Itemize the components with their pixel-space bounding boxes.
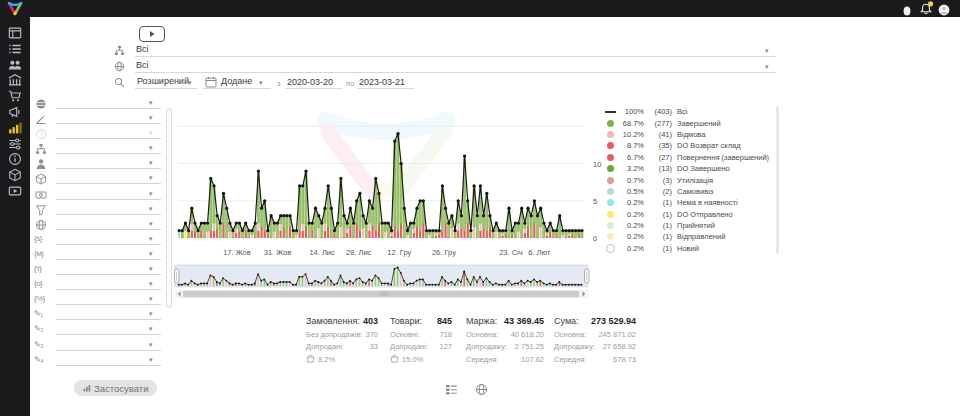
apply-button[interactable]: Застосувати — [74, 380, 157, 396]
filter-dropdown-arrow-icon[interactable] — [149, 99, 153, 106]
legend-item[interactable]: 6.7%(27)Повернення (завершений) — [604, 152, 784, 163]
filter-dropdown-arrow-icon[interactable] — [149, 280, 153, 287]
stats-sub-label: Основна: — [466, 330, 498, 339]
stats-sub-value: 127 — [439, 342, 452, 351]
date-field-underline — [203, 88, 271, 89]
navigator-handle-left[interactable] — [175, 269, 180, 283]
dot-swatch — [607, 188, 614, 195]
filter-dropdown-arrow-icon[interactable] — [149, 174, 153, 181]
legend-percent: 10.2% — [616, 130, 644, 139]
video-lessons-icon[interactable] — [8, 184, 22, 198]
product-filter-value[interactable]: Всі — [136, 60, 149, 70]
settings-icon[interactable] — [8, 137, 22, 151]
filter-row-globe-dark — [33, 97, 165, 112]
search-mode-arrow-icon[interactable] — [188, 79, 192, 86]
filter-dropdown-arrow-icon[interactable] — [149, 190, 153, 197]
navigator-handle-right[interactable] — [585, 269, 590, 283]
filter-underline — [56, 138, 161, 139]
filter-dropdown-arrow-icon[interactable] — [149, 341, 153, 348]
filter-dropdown-arrow-icon[interactable] — [149, 356, 153, 363]
date-field-arrow-icon[interactable] — [259, 79, 263, 86]
products-icon[interactable] — [8, 168, 22, 182]
date-to-input[interactable]: 2023-03-21 — [359, 77, 405, 87]
var-percent-icon: {%} — [34, 294, 45, 303]
filter-dropdown-arrow-icon[interactable] — [149, 310, 153, 317]
app-logo[interactable] — [6, 1, 24, 20]
notifications-bell-icon[interactable] — [919, 1, 934, 19]
marketing-icon[interactable] — [8, 105, 22, 119]
filter-dropdown-arrow-icon[interactable] — [149, 265, 153, 272]
legend-item[interactable]: 100%(403)Всі — [604, 106, 784, 117]
legend-item[interactable]: 8.7%(35)DO Возврат склад — [604, 140, 784, 151]
orders-icon[interactable] — [8, 42, 22, 56]
stats-title: Сума: — [554, 316, 579, 326]
warehouse-icon[interactable] — [8, 73, 22, 87]
filter-dropdown-arrow-icon[interactable] — [149, 129, 153, 136]
upsell-percent: 15.0% — [402, 355, 423, 364]
orders-chart[interactable]: 051017. Жов31. Жов14. Лис28. Лис12. Гру2… — [170, 92, 602, 262]
filter-dropdown-arrow-icon[interactable] — [149, 295, 153, 302]
dashboard-icon[interactable] — [8, 26, 22, 40]
legend-label: Самовивіз — [677, 187, 713, 196]
dot-swatch — [607, 142, 614, 149]
search-mode-select[interactable]: Розширений — [137, 76, 189, 86]
category-dropdown-arrow-icon[interactable] — [765, 47, 769, 54]
filter-underline — [56, 319, 161, 320]
stats-value: 403 — [363, 316, 378, 326]
x-axis-label: 23. Січ — [499, 248, 523, 257]
stats-title-row: Замовлення:403 — [306, 316, 378, 326]
filter-dropdown-arrow-icon[interactable] — [149, 205, 153, 212]
filter-row-var-t: {т} — [33, 263, 165, 278]
legend-percent: 6.7% — [616, 153, 644, 162]
clients-icon[interactable] — [8, 58, 22, 72]
category-filter-value[interactable]: Всі — [136, 44, 149, 54]
sales-icon[interactable] — [8, 89, 22, 103]
product-dropdown-arrow-icon[interactable] — [765, 63, 769, 70]
stats-sub-label: Допродажу: — [554, 342, 595, 351]
filter-underline — [56, 304, 161, 305]
upsell-bag-icon — [390, 354, 399, 365]
product-view-icon[interactable] — [475, 383, 488, 396]
video-tutorial-button[interactable] — [139, 26, 165, 42]
profile-icon[interactable] — [902, 3, 912, 21]
product-filter-underline — [135, 72, 776, 73]
analytics-icon[interactable] — [8, 121, 22, 135]
legend-item[interactable]: 3.2%(13)DO Завершено — [604, 163, 784, 174]
stats-sub-label: Допродані: — [306, 342, 344, 351]
stats-title-row: Сума:273 529.94 — [554, 316, 636, 326]
legend-item[interactable]: 68.7%(277)Завершений — [604, 117, 784, 128]
legend-count: (277) — [644, 119, 672, 128]
legend-percent: 100% — [616, 107, 644, 116]
help-icon: ? — [35, 128, 47, 140]
avatar-icon[interactable] — [938, 2, 950, 20]
search-icon[interactable] — [114, 77, 125, 88]
legend-item[interactable]: 0.2%(1)Нема в наявності — [604, 197, 784, 208]
legend-item[interactable]: 0.2%(1)DO Отправлено — [604, 209, 784, 220]
filter-dropdown-arrow-icon[interactable] — [149, 159, 153, 166]
upsell-rate: 15.0% — [390, 354, 452, 365]
legend-swatch-icon — [604, 120, 616, 127]
list-view-icon[interactable] — [445, 383, 458, 396]
info-icon[interactable] — [8, 152, 22, 166]
filter-dropdown-arrow-icon[interactable] — [149, 250, 153, 257]
legend-item[interactable]: 0.7%(3)Утилізація — [604, 174, 784, 185]
filter-dropdown-arrow-icon[interactable] — [149, 144, 153, 151]
filter-dropdown-arrow-icon[interactable] — [149, 325, 153, 332]
filter-dropdown-arrow-icon[interactable] — [149, 235, 153, 242]
filter-underline — [56, 108, 161, 109]
date-field-select[interactable]: Додане — [221, 76, 252, 86]
filter-underline — [56, 350, 161, 351]
pencil-2-icon: ✎₂ — [34, 324, 43, 333]
legend-item[interactable]: 0.2%(1)Прийнятий — [604, 220, 784, 231]
date-from-input[interactable]: 2020-03-20 — [287, 77, 333, 87]
legend-count: (1) — [644, 210, 672, 219]
legend-item[interactable]: 0.2%(1)Відправлений — [604, 231, 784, 242]
legend-item[interactable]: 0.5%(2)Самовивіз — [604, 186, 784, 197]
legend-item[interactable]: 10.2%(41)Відмова — [604, 129, 784, 140]
chart-navigator[interactable] — [170, 263, 602, 301]
filter-dropdown-arrow-icon[interactable] — [149, 114, 153, 121]
legend-item[interactable]: 0.2%(1)Новий — [604, 243, 784, 254]
filter-dropdown-arrow-icon[interactable] — [149, 220, 153, 227]
legend-swatch-icon — [604, 165, 616, 172]
dot-swatch — [607, 165, 614, 172]
